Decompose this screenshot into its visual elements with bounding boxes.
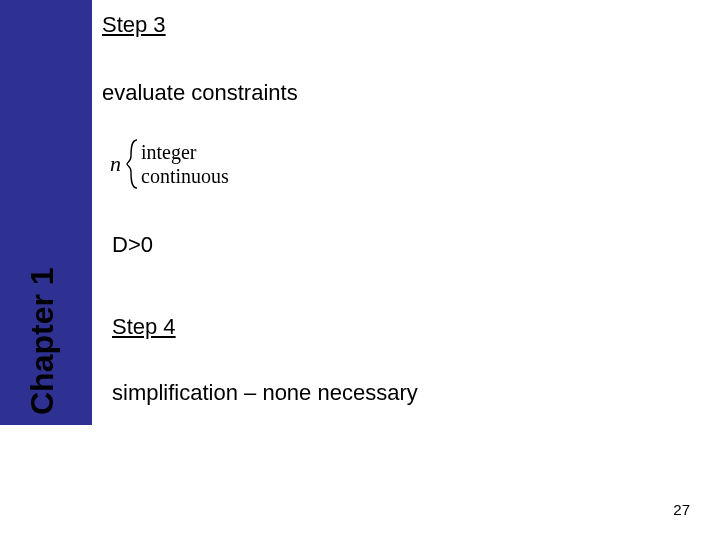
formula-block: n integer continuous	[110, 138, 700, 190]
step3-heading: Step 3	[102, 12, 700, 38]
evaluate-constraints-text: evaluate constraints	[102, 80, 700, 106]
chapter-label: Chapter 1	[24, 267, 61, 415]
formula-case-integer: integer	[141, 140, 229, 164]
formula-case-continuous: continuous	[141, 164, 229, 188]
slide: Chapter 1 Step 3 evaluate constraints n …	[0, 0, 720, 540]
d-greater-than-zero: D>0	[112, 232, 700, 258]
step4-heading: Step 4	[112, 314, 700, 340]
formula-variable-n: n	[110, 151, 121, 177]
brace-icon	[125, 138, 139, 190]
simplification-text: simplification – none necessary	[112, 380, 700, 406]
content-area: Step 3 evaluate constraints n integer co…	[102, 8, 700, 406]
page-number: 27	[673, 501, 690, 518]
